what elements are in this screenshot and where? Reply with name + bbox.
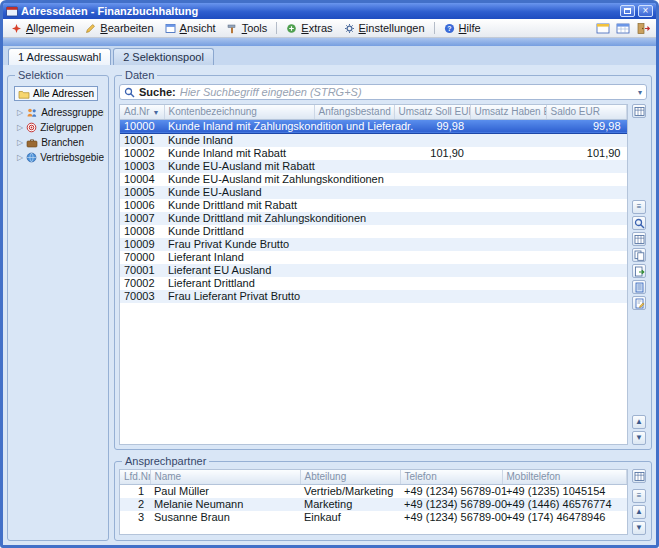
tree-node-branchen[interactable]: ▷ Branchen [12, 135, 104, 150]
cell-kontenbezeichnung: Kunde Drittland mit Zahlungskonditionen [164, 212, 314, 225]
maximize-button[interactable] [620, 5, 635, 17]
cell-kontenbezeichnung: Lieferant Inland [164, 251, 314, 264]
col-header-abteilung[interactable]: Abteilung [300, 470, 400, 484]
cell-saldo [546, 264, 627, 277]
tree-node-zielgruppen[interactable]: ▷ Zielgruppen [12, 120, 104, 135]
account-row[interactable]: 10009 Frau Privat Kunde Brutto [120, 238, 627, 251]
title-bar: Adressdaten - Finanzbuchhaltung × [3, 3, 656, 19]
tree-node-vertriebsgebiete[interactable]: ▷ Vertriebsgebiete [12, 150, 104, 165]
account-row[interactable]: 10000 Kunde Inland mit Zahlungskondition… [120, 119, 627, 133]
down-arrow-icon: ▼ [635, 524, 643, 532]
col-header-lfdnr[interactable]: Lfd.Nr. [120, 470, 150, 484]
grid-view-button[interactable] [632, 232, 646, 246]
account-row[interactable]: 70000 Lieferant Inland [120, 251, 627, 264]
edit-document-button[interactable] [632, 296, 646, 310]
contact-row[interactable]: 3 Susanne Braun Einkauf +49 (1234) 56789… [120, 511, 627, 524]
menu-ansicht[interactable]: Ansicht [160, 21, 221, 35]
expand-arrow-icon[interactable]: ▷ [17, 138, 23, 147]
tab-adressauswahl[interactable]: 1 Adressauswahl [8, 48, 111, 65]
sort-indicator-icon: ▼ [153, 109, 160, 116]
cell-kontenbezeichnung: Kunde Inland mit Zahlungskondition und L… [164, 119, 314, 133]
cell-saldo [546, 238, 627, 251]
expand-arrow-icon[interactable]: ▷ [17, 153, 23, 162]
search-label: Suche: [139, 86, 176, 98]
col-header-umsatz-haben[interactable]: Umsatz Haben EUR [470, 105, 546, 119]
cell-umsatz-haben [470, 264, 546, 277]
expand-arrow-icon[interactable]: ▷ [17, 123, 23, 132]
cell-umsatz-haben [470, 119, 546, 133]
col-header-anfangsbestand[interactable]: Anfangsbestand EUR [314, 105, 394, 119]
col-header-adnr[interactable]: Ad.Nr▼ [120, 105, 164, 119]
account-row[interactable]: 10007 Kunde Drittland mit Zahlungskondit… [120, 212, 627, 225]
account-row[interactable]: 10001 Kunde Inland [120, 133, 627, 147]
copy-button[interactable] [632, 248, 646, 262]
menu-allgemein[interactable]: Allgemein [6, 21, 79, 35]
cell-anfangsbestand [314, 199, 394, 212]
cell-umsatz-soll [394, 277, 470, 290]
contact-row[interactable]: 1 Paul Müller Vertrieb/Marketing +49 (12… [120, 484, 627, 498]
cell-saldo [546, 173, 627, 186]
account-row[interactable]: 70002 Lieferant Drittland [120, 277, 627, 290]
cell-adnr: 70002 [120, 277, 164, 290]
col-header-name[interactable]: Name [150, 470, 300, 484]
search-options-icon[interactable]: ▾ [638, 88, 642, 97]
column-chooser-button[interactable] [632, 469, 646, 483]
cell-umsatz-haben [470, 199, 546, 212]
col-header-telefon[interactable]: Telefon [400, 470, 502, 484]
window-view-icon [165, 23, 176, 34]
help-icon: ? [444, 23, 455, 34]
menu-einstellungen[interactable]: Einstellungen [339, 21, 430, 35]
account-row[interactable]: 10003 Kunde EU-Ausland mit Rabatt [120, 160, 627, 173]
col-header-mobiltelefon[interactable]: Mobiltelefon [502, 470, 627, 484]
close-button[interactable]: × [638, 5, 653, 17]
column-chooser-button[interactable] [632, 104, 646, 118]
cell-adnr: 70000 [120, 251, 164, 264]
selektion-title: Selektion [15, 69, 66, 81]
options-menu-button[interactable]: ≡ [632, 200, 646, 214]
cell-saldo [546, 225, 627, 238]
account-row[interactable]: 10006 Kunde Drittland mit Rabatt [120, 199, 627, 212]
cell-name: Susanne Braun [150, 511, 300, 524]
options-menu-button[interactable]: ≡ [632, 489, 646, 503]
cell-kontenbezeichnung: Kunde Drittland [164, 225, 314, 238]
col-header-kontenbezeichnung[interactable]: Kontenbezeichnung [164, 105, 314, 119]
account-row[interactable]: 10004 Kunde EU-Ausland mit Zahlungskondi… [120, 173, 627, 186]
gear-icon [344, 23, 355, 34]
tree-node-adressgruppen[interactable]: ▷ Adressgruppen [12, 105, 104, 120]
account-row[interactable]: 10005 Kunde EU-Ausland [120, 186, 627, 199]
tab-selektionspool[interactable]: 2 Selektionspool [113, 48, 214, 65]
search-input[interactable] [180, 86, 634, 98]
contact-row[interactable]: 2 Melanie Neumann Marketing +49 (1234) 5… [120, 498, 627, 511]
cell-umsatz-haben [470, 277, 546, 290]
down-arrow-icon: ▼ [635, 434, 643, 442]
cell-anfangsbestand [314, 133, 394, 147]
account-row[interactable]: 70003 Frau Lieferant Privat Brutto [120, 290, 627, 303]
expand-arrow-icon[interactable]: ▷ [17, 108, 23, 117]
export-button[interactable] [632, 264, 646, 278]
zoom-button[interactable] [632, 216, 646, 230]
account-row[interactable]: 70001 Lieferant EU Ausland [120, 264, 627, 277]
menu-hilfe[interactable]: ? Hilfe [439, 21, 486, 35]
cell-saldo [546, 160, 627, 173]
exit-door-icon[interactable] [634, 20, 653, 36]
table-window-icon[interactable] [614, 20, 633, 36]
col-header-saldo[interactable]: Saldo EUR [546, 105, 627, 119]
cell-abteilung: Marketing [300, 498, 400, 511]
overview-window-icon[interactable] [594, 20, 613, 36]
move-up-button[interactable]: ▲ [632, 505, 646, 519]
new-document-button[interactable] [632, 280, 646, 294]
account-row[interactable]: 10008 Kunde Drittland [120, 225, 627, 238]
col-header-umsatz-soll[interactable]: Umsatz Soll EUR [394, 105, 470, 119]
menu-bearbeiten[interactable]: Bearbeiten [80, 21, 158, 35]
account-row[interactable]: 10002 Kunde Inland mit Rabatt 101,90 101… [120, 147, 627, 160]
move-up-button[interactable]: ▲ [632, 415, 646, 429]
move-down-button[interactable]: ▼ [632, 521, 646, 535]
cell-saldo [546, 199, 627, 212]
tree-node-alle-adressen[interactable]: Alle Adressen [14, 86, 98, 101]
cell-name: Melanie Neumann [150, 498, 300, 511]
menu-extras[interactable]: Extras [281, 21, 337, 35]
move-down-button[interactable]: ▼ [632, 431, 646, 445]
menu-tools[interactable]: Tools [222, 21, 273, 35]
cell-umsatz-haben [470, 147, 546, 160]
cell-lfdnr: 1 [120, 484, 150, 498]
